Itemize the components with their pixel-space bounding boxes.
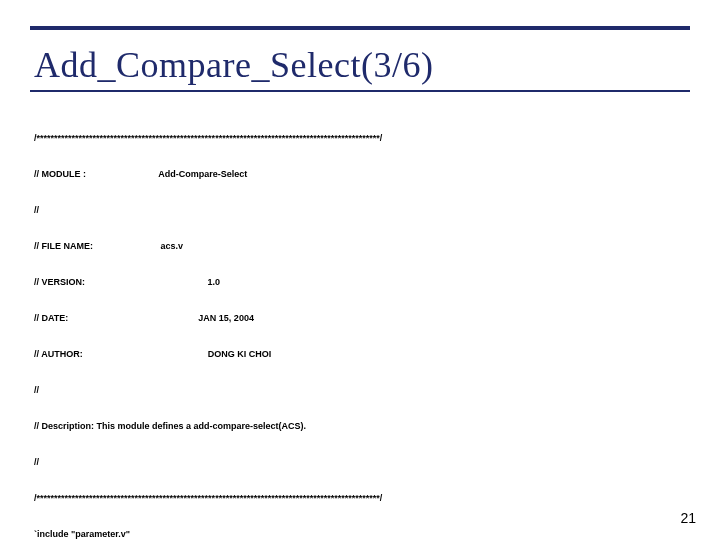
code-line: /***************************************… xyxy=(34,492,686,504)
header-bottom-rule xyxy=(30,90,690,92)
slide: Add_Compare_Select(3/6) /***************… xyxy=(0,0,720,540)
code-line: // Description: This module defines a ad… xyxy=(34,420,686,432)
page-number: 21 xyxy=(680,510,696,526)
slide-title: Add_Compare_Select(3/6) xyxy=(34,44,433,86)
code-block: /***************************************… xyxy=(34,108,686,540)
code-line: // AUTHOR: DONG KI CHOI xyxy=(34,348,686,360)
code-line: // xyxy=(34,384,686,396)
code-line: // MODULE : Add-Compare-Select xyxy=(34,168,686,180)
code-line: // xyxy=(34,456,686,468)
code-line: // VERSION: 1.0 xyxy=(34,276,686,288)
header-top-rule xyxy=(30,26,690,30)
code-line: /***************************************… xyxy=(34,132,686,144)
code-line: // FILE NAME: acs.v xyxy=(34,240,686,252)
code-line: // xyxy=(34,204,686,216)
code-line: `include "parameter.v" xyxy=(34,528,686,540)
code-line: // DATE: JAN 15, 2004 xyxy=(34,312,686,324)
